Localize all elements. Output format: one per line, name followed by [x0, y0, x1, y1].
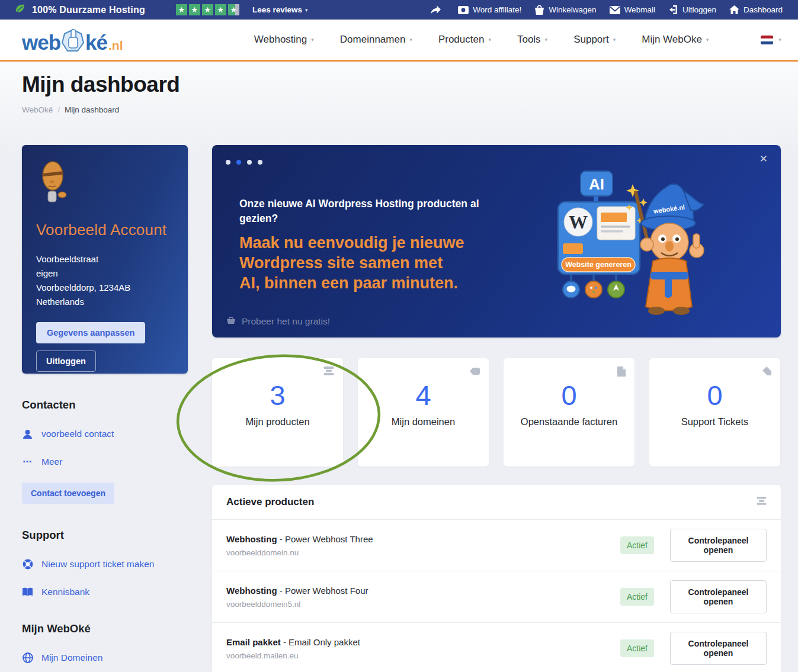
account-name: Voorbeeld Account — [36, 221, 174, 239]
stat-label: Mijn domeinen — [358, 415, 489, 429]
book-icon — [22, 587, 33, 597]
open-controlpanel-button[interactable]: Controlepaneel openen — [670, 529, 767, 562]
mijn-weboke-section: Mijn WebOké Mijn Domeinen Mijn producten — [22, 622, 188, 672]
banner-cta-link[interactable]: Probeer het nu gratis! — [226, 316, 330, 327]
topbar: 100% Duurzame Hosting ★ ★ ★ ★ ★ Lees rev… — [0, 0, 798, 20]
server-icon — [757, 497, 767, 507]
basket-icon — [226, 316, 236, 327]
status-badge: Actief — [620, 639, 654, 657]
banner-illustration: AI W Website genereren — [557, 168, 705, 321]
account-avatar — [36, 160, 174, 208]
nav-item-webhosting[interactable]: Webhosting▾ — [254, 34, 314, 46]
product-title: Email pakket - Email Only pakket — [226, 637, 620, 647]
ellipsis-icon: ⋯ — [22, 456, 33, 467]
sidebar-item-mijn-domeinen[interactable]: Mijn Domeinen — [22, 652, 188, 663]
add-contact-button[interactable]: Contact toevoegen — [22, 483, 114, 504]
product-row: Webhosting - Power Webhost Four voorbeel… — [212, 571, 781, 623]
stat-value: 0 — [649, 380, 780, 411]
sidebar-item-contact[interactable]: voorbeeld contact — [22, 429, 188, 439]
globe-icon — [22, 652, 33, 663]
product-domain: voorbeeld.mailen.eu — [226, 651, 620, 660]
chevron-down-icon: ▾ — [545, 37, 548, 43]
svg-text:AI: AI — [589, 175, 604, 193]
product-row: Email pakket - Email Only pakket voorbee… — [212, 623, 781, 672]
stat-card-producten[interactable]: 3 Mijn producten — [212, 358, 343, 467]
stat-label: Mijn producten — [212, 415, 343, 429]
home-icon — [729, 5, 739, 14]
main-nav: web ké .nl Webhosting▾ Domeinnamen▾ Prod… — [0, 20, 798, 62]
stat-value: 4 — [358, 380, 489, 411]
logout-icon — [668, 5, 678, 14]
sidebar-item-new-ticket[interactable]: Nieuw support ticket maken — [22, 559, 188, 570]
carousel-dot-active[interactable] — [236, 160, 241, 165]
star-icon: ★ — [202, 4, 213, 15]
reviews-link[interactable]: Lees reviews ▾ — [252, 5, 308, 14]
product-title: Webhosting - Power Webhost Three — [226, 534, 620, 544]
close-icon[interactable]: ✕ — [759, 154, 768, 164]
dashboard-link[interactable]: Dashboard — [729, 5, 783, 14]
product-domain: voorbeelddomein.nu — [226, 548, 620, 557]
chevron-down-icon: ▾ — [706, 37, 709, 43]
star-half-icon: ★ — [228, 4, 239, 15]
carousel-dot[interactable] — [258, 160, 262, 165]
breadcrumb-current: Mijn dashboard — [65, 105, 119, 114]
stat-value: 0 — [504, 380, 634, 411]
chevron-down-icon: ▾ — [613, 37, 616, 43]
chevron-down-icon: ▾ — [305, 7, 308, 13]
camera-icon — [458, 6, 469, 14]
stat-card-facturen[interactable]: 0 Openstaande facturen — [504, 358, 634, 467]
cart-link[interactable]: Winkelwagen — [534, 5, 596, 15]
weboke-logo[interactable]: web ké .nl — [22, 25, 123, 54]
nav-item-support[interactable]: Support▾ — [573, 34, 616, 46]
nav-item-tools[interactable]: Tools▾ — [517, 34, 547, 46]
support-title: Support — [22, 529, 188, 542]
product-row: Webhosting - Power Webhost Three voorbee… — [212, 520, 781, 571]
edit-details-button[interactable]: Gegevens aanpassen — [36, 322, 145, 343]
user-icon — [22, 429, 33, 439]
breadcrumb-home[interactable]: WebOké — [22, 105, 53, 114]
stat-card-domeinen[interactable]: 4 Mijn domeinen — [358, 358, 489, 467]
contacts-section: Contacten voorbeeld contact ⋯ Meer Conta… — [22, 398, 188, 504]
nav-item-producten[interactable]: Producten▾ — [438, 34, 491, 46]
language-selector[interactable]: ▾ — [761, 36, 781, 44]
ticket-icon — [762, 366, 771, 378]
account-card: Voorbeeld Account Voorbeeldstraat eigen … — [22, 145, 188, 374]
panel-title: Actieve producten — [226, 496, 314, 508]
carousel-dots — [226, 160, 262, 165]
account-logout-button[interactable]: Uitloggen — [36, 351, 96, 372]
carousel-dot[interactable] — [226, 160, 230, 165]
status-badge: Actief — [620, 588, 654, 606]
banner-kicker: Onze nieuwe AI Wordpress Hosting product… — [239, 197, 488, 226]
star-icon: ★ — [176, 4, 187, 15]
page-title: Mijn dashboard — [22, 72, 781, 97]
life-ring-icon — [22, 559, 33, 570]
leaf-icon — [14, 3, 26, 17]
logo-suffix: .nl — [108, 38, 123, 53]
open-controlpanel-button[interactable]: Controlepaneel openen — [670, 632, 767, 665]
active-products-panel: Actieve producten Webhosting - Power Web… — [212, 485, 781, 672]
stat-label: Support Tickets — [649, 415, 780, 429]
shopping-bag-icon — [534, 5, 544, 15]
nav-item-mijn-weboke[interactable]: Mijn WebOke▾ — [642, 34, 709, 46]
logout-link[interactable]: Uitloggen — [668, 5, 716, 14]
support-section: Support Nieuw support ticket maken Kenni… — [22, 529, 188, 597]
chevron-down-icon: ▾ — [409, 37, 412, 43]
account-address: Voorbeeldstraat eigen Voorbeelddorp, 123… — [36, 252, 174, 309]
stat-card-tickets[interactable]: 0 Support Tickets — [649, 358, 780, 467]
webmail-link[interactable]: Webmail — [610, 5, 655, 14]
carousel-dot[interactable] — [247, 160, 252, 165]
sidebar-item-more[interactable]: ⋯ Meer — [22, 456, 188, 467]
open-controlpanel-button[interactable]: Controlepaneel openen — [670, 580, 767, 613]
envelope-icon — [610, 6, 620, 14]
netherlands-flag-icon — [761, 36, 773, 44]
stat-value: 3 — [212, 380, 343, 411]
share-button[interactable] — [431, 5, 445, 14]
tag-icon — [470, 366, 480, 377]
nav-item-domeinnamen[interactable]: Domeinnamen▾ — [340, 34, 412, 46]
logo-text: ké — [85, 31, 107, 54]
sidebar-item-kennisbank[interactable]: Kennisbank — [22, 587, 188, 597]
product-title: Webhosting - Power Webhost Four — [226, 586, 620, 596]
server-icon — [323, 366, 334, 378]
affiliate-link[interactable]: Word affiliate! — [458, 5, 521, 14]
product-domain: voorbeelddomein5.nl — [226, 600, 620, 609]
